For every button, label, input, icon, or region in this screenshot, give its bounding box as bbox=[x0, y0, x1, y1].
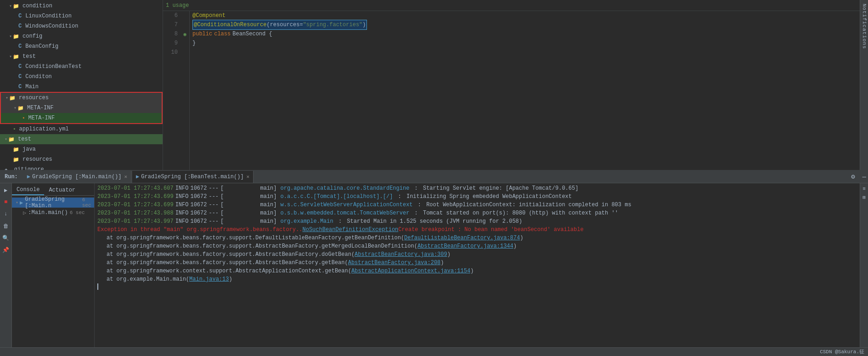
sidebar-item-label: Conditon bbox=[25, 73, 52, 80]
sidebar-item-application-yml[interactable]: ▪ application.yml bbox=[0, 124, 163, 134]
stack-link[interactable]: AbstractBeanFactory.java:309 bbox=[355, 251, 447, 258]
run-item-icon: ▶ bbox=[20, 199, 23, 206]
stack-suffix: ) bbox=[470, 268, 473, 274]
tab-close-icon[interactable]: ✕ bbox=[247, 174, 250, 180]
code-content: @Component @ConditionalOnResource(resour… bbox=[190, 11, 860, 170]
sidebar-item-label: test bbox=[23, 53, 36, 60]
log-thread: [ main] bbox=[220, 217, 276, 226]
run-tree-item-label: :Main.main() bbox=[28, 209, 68, 216]
sidebar-btn-1[interactable]: ≡ bbox=[861, 185, 868, 192]
log-class: w.s.c.ServletWebServerApplicationContext bbox=[281, 201, 413, 209]
log-timestamp: 2023-07-01 17:27:43.699 bbox=[97, 201, 174, 209]
log-class: o.s.b.w.embedded.tomcat.TomcatWebServer bbox=[281, 209, 410, 217]
java-icon: C bbox=[18, 63, 22, 70]
run-tree-gradlespring-main[interactable]: ▾ ▶ GradleSpring [:Main.n 6 sec bbox=[12, 198, 94, 208]
arrow-icon: ▾ bbox=[14, 105, 17, 111]
console-tab[interactable]: Console bbox=[12, 185, 44, 195]
log-level: INFO bbox=[175, 217, 189, 226]
sidebar-item-label: condition bbox=[23, 3, 52, 9]
sidebar-item-gitignore[interactable]: ◈ .gitignore bbox=[0, 164, 163, 170]
stack-text: at org.springframework.beans.factory.sup… bbox=[107, 235, 404, 241]
log-timestamp: 2023-07-01 17:27:43.988 bbox=[97, 209, 174, 217]
sidebar-item-resources-dir[interactable]: 📁 resources bbox=[0, 154, 163, 164]
sidebar-item-label: java bbox=[23, 146, 36, 153]
run-label: Run: bbox=[2, 174, 21, 180]
run-tab-beantest[interactable]: ▶ GradleSpring [:BeanTest.main()] ✕ bbox=[132, 171, 254, 183]
sidebar-item-config[interactable]: ▾ 📁 config bbox=[0, 31, 163, 41]
run-time: 6 sec bbox=[70, 210, 85, 215]
stack-text: at org.springframework.beans.factory.sup… bbox=[107, 243, 417, 249]
search-button[interactable]: 🔍 bbox=[1, 233, 11, 243]
run-left-toolbar: ▶ ■ ↓ 🗑 🔍 📌 bbox=[0, 183, 12, 347]
stack-link[interactable]: AbstractBeanFactory.java:1344 bbox=[417, 243, 513, 249]
minimize-icon[interactable]: — bbox=[862, 173, 866, 181]
java-icon: C bbox=[18, 13, 22, 19]
sidebar-btn-2[interactable]: ⊞ bbox=[861, 193, 868, 201]
rerun-button[interactable]: ▶ bbox=[1, 185, 11, 195]
package-icon: 📁 bbox=[13, 3, 19, 9]
sidebar-item-java-dir[interactable]: 📁 java bbox=[0, 144, 163, 154]
stack-link[interactable]: DefaultListableBeanFactory.java:874 bbox=[404, 235, 520, 241]
run-tab-main[interactable]: ▶ GradleSpring [:Main.main()] ✕ bbox=[23, 171, 131, 183]
log-level: INFO bbox=[175, 201, 189, 209]
sidebar-item-label: LinuxCondition bbox=[25, 13, 72, 19]
sidebar-item-main[interactable]: C Main bbox=[0, 82, 163, 92]
annotation-value: "spring.factories" bbox=[303, 20, 363, 29]
resource-icon: ▪ bbox=[22, 115, 25, 121]
sidebar-item-spring-factories[interactable]: ▪ META-INF bbox=[1, 113, 162, 123]
line-num-10: 10 bbox=[163, 48, 178, 57]
stack-trace-6: at org.example.Main.main(Main.java:13) bbox=[97, 275, 857, 283]
pin-button[interactable]: 📌 bbox=[1, 245, 11, 255]
sidebar-item-test-pkg[interactable]: ▾ 📁 test bbox=[0, 51, 163, 62]
stack-link[interactable]: AbstractBeanFactory.java:208 bbox=[348, 260, 441, 266]
clear-button[interactable]: 🗑 bbox=[1, 221, 11, 231]
sidebar-item-test-dir[interactable]: ▾ 📁 test bbox=[0, 134, 163, 144]
java-icon: C bbox=[18, 73, 22, 80]
conditional-on-resource-annotation: @ConditionalOnResource(resources="spring… bbox=[192, 20, 367, 30]
scroll-end-button[interactable]: ↓ bbox=[1, 209, 11, 219]
sidebar-item-linuxcondition[interactable]: C LinuxCondition bbox=[0, 11, 163, 21]
log-message: Started Main in 1.525 seconds (JVM runni… bbox=[344, 217, 522, 226]
run-tab-label: GradleSpring [:Main.main()] bbox=[32, 174, 121, 180]
arrow-icon: ▾ bbox=[5, 136, 7, 142]
file-tree: ▾ 📁 condition C LinuxCondition C Windows… bbox=[0, 0, 163, 170]
console-output: 2023-07-01 17:27:43.607 INFO 10672 --- [… bbox=[95, 183, 860, 347]
stack-link[interactable]: Main.java:13 bbox=[189, 276, 229, 283]
arrow-icon: ▾ bbox=[9, 34, 12, 39]
code-line-10 bbox=[192, 48, 860, 57]
actuator-tab[interactable]: Actuator bbox=[44, 185, 80, 195]
console-tab-label: Console bbox=[17, 186, 39, 193]
run-tab-label: GradleSpring [:BeanTest.main()] bbox=[141, 174, 243, 180]
stack-link[interactable]: AbstractApplicationContext.java:1154 bbox=[351, 268, 470, 274]
annotation-params: (resources= bbox=[266, 20, 303, 29]
sidebar-item-conditionbeantest[interactable]: C ConditionBeanTest bbox=[0, 62, 163, 72]
exception-link[interactable]: NoSuchBeanDefinitionException bbox=[302, 226, 398, 234]
sidebar-item-windowscondition[interactable]: C WindowsCondition bbox=[0, 21, 163, 31]
log-timestamp: 2023-07-01 17:27:43.607 bbox=[97, 184, 174, 192]
resources-red-box: ▾ 📁 resources ▾ 📁 META-INF ▪ META-INF bbox=[0, 92, 163, 124]
log-thread: [ main] bbox=[220, 201, 276, 209]
breadcrumb: 1 usage bbox=[163, 0, 860, 11]
arrow-icon: ▾ bbox=[9, 3, 12, 9]
settings-icon[interactable]: ⚙ bbox=[851, 173, 855, 181]
stack-trace-4: at org.springframework.beans.factory.sup… bbox=[97, 259, 857, 267]
closing-brace: } bbox=[192, 39, 196, 48]
stop-button[interactable]: ■ bbox=[1, 197, 11, 207]
sidebar-item-meta-inf[interactable]: ▾ 📁 META-INF bbox=[1, 103, 162, 113]
stack-trace-5: at org.springframework.context.support.A… bbox=[97, 267, 857, 275]
log-class: org.apache.catalina.core.StandardEngine bbox=[281, 184, 410, 192]
usage-comment: 1 usage bbox=[166, 2, 189, 9]
sidebar-item-beanconfig[interactable]: C BeanConfig bbox=[0, 41, 163, 51]
run-tree-main-fn[interactable]: ▷ :Main.main() 6 sec bbox=[12, 208, 94, 218]
notifications-label: Notifications bbox=[862, 4, 867, 49]
log-sep: --- bbox=[209, 217, 219, 226]
code-line-7: @ConditionalOnResource(resources="spring… bbox=[192, 20, 860, 29]
log-timestamp: 2023-07-01 17:27:43.997 bbox=[97, 217, 174, 226]
log-thread: [ main] bbox=[220, 209, 276, 217]
sidebar-item-condition[interactable]: ▾ 📁 condition bbox=[0, 1, 163, 11]
run-content: ▶ ■ ↓ 🗑 🔍 📌 Console Actuator ▾ ▶ GradleS… bbox=[0, 183, 868, 347]
tab-close-icon[interactable]: ✕ bbox=[124, 174, 127, 180]
sidebar-item-resources[interactable]: ▾ 📁 resources bbox=[1, 93, 162, 103]
sidebar-item-label: META-INF bbox=[27, 105, 54, 111]
sidebar-item-conditon[interactable]: C Conditon bbox=[0, 72, 163, 82]
